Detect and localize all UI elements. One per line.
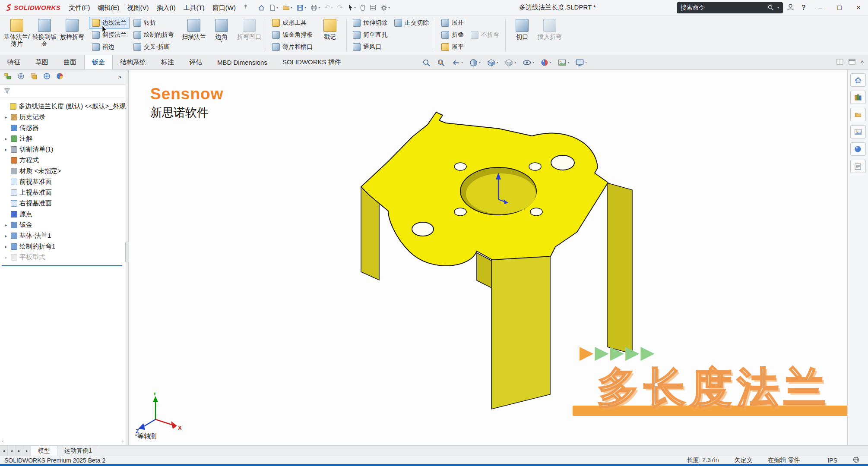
jog-button[interactable]: 转折 — [130, 17, 177, 29]
bolt-hole[interactable] — [530, 208, 542, 216]
dimxpert-tab[interactable] — [43, 72, 51, 82]
tree-item-sheet-metal[interactable]: ▸钣金 — [1, 220, 126, 230]
status-web-button[interactable] — [853, 457, 859, 464]
tab-and-slot-button[interactable]: 薄片和槽口 — [269, 41, 316, 53]
previous-view-button[interactable]: ▾ — [452, 59, 463, 67]
fold-button[interactable]: 折叠 — [438, 29, 467, 41]
mouse-gestures-button[interactable] — [358, 1, 367, 14]
print-button[interactable]: ▾ — [309, 1, 322, 14]
lobe-hole-left[interactable] — [412, 222, 434, 236]
base-flange-button[interactable]: 基体法兰/薄片 — [3, 17, 30, 53]
bolt-hole[interactable] — [454, 163, 466, 170]
minimize-button[interactable]: – — [813, 3, 828, 12]
file-explorer-button[interactable] — [850, 108, 866, 121]
sheet-metal-gusset-button[interactable]: 钣金角撑板 — [269, 29, 316, 41]
display-style-button[interactable]: ▾ — [505, 59, 516, 67]
panel-scrollbar[interactable]: ‹ › — [0, 437, 126, 445]
pane-split-button[interactable] — [836, 59, 843, 66]
undo-button[interactable]: ↶▾ — [323, 1, 334, 14]
collapse-ribbon-button[interactable]: ^ — [861, 59, 864, 66]
options-button[interactable]: ▾ — [379, 1, 392, 14]
edit-appearance-button[interactable]: ▾ — [541, 59, 551, 66]
corner-button[interactable]: 边角▾ — [208, 17, 235, 53]
simple-hole-button[interactable]: 简单直孔 — [350, 29, 390, 41]
appearances-button[interactable] — [850, 142, 866, 156]
menu-view[interactable]: 视图(V) — [124, 0, 153, 16]
pin-menu-button[interactable] — [240, 4, 252, 11]
pane-maximize-button[interactable] — [849, 59, 855, 66]
maximize-button[interactable]: □ — [832, 3, 847, 12]
tab-sketch[interactable]: 草图 — [28, 55, 56, 69]
stamp-button[interactable]: 戳记 — [317, 17, 343, 53]
vent-button[interactable]: 通风口 — [350, 41, 390, 53]
tree-item-material[interactable]: 材质 <未指定> — [1, 166, 126, 176]
zoom-to-fit-button[interactable] — [422, 59, 431, 67]
configurationmanager-tab[interactable] — [30, 72, 38, 82]
view-settings-button[interactable]: ▾ — [576, 59, 587, 66]
menu-edit[interactable]: 编辑(E) — [94, 0, 124, 16]
expand-arrow-icon[interactable]: ▸ — [3, 244, 9, 249]
menu-window[interactable]: 窗口(W) — [209, 0, 240, 16]
apply-scene-button[interactable]: ▾ — [558, 59, 569, 66]
tab-scroll-right-button[interactable]: ▸ — [16, 446, 23, 456]
close-button[interactable]: × — [851, 3, 866, 12]
tab-structure-system[interactable]: 结构系统 — [113, 55, 154, 69]
menu-tools[interactable]: 工具(T) — [180, 0, 209, 16]
motion-study-tab[interactable]: 运动算例1 — [57, 446, 99, 456]
scroll-right-icon[interactable]: › — [122, 438, 124, 444]
tab-scroll-left-button[interactable]: ◂ — [8, 446, 16, 456]
new-document-button[interactable]: ▾ — [268, 1, 280, 14]
menu-file[interactable]: 文件(F) — [65, 0, 94, 16]
command-search-box[interactable]: 搜索命令 ▾ — [677, 2, 783, 13]
section-view-button[interactable]: ▾ — [469, 59, 481, 67]
user-account-button[interactable] — [786, 3, 795, 13]
tree-item-equations[interactable]: 方程式 — [1, 155, 126, 166]
redo-button[interactable]: ↷ — [335, 1, 344, 14]
save-button[interactable]: ▾ — [295, 1, 308, 14]
tree-item-right-plane[interactable]: 右视基准面 — [1, 198, 126, 209]
select-button[interactable]: ▾ — [345, 1, 358, 14]
insert-bends-button[interactable]: 插入折弯 — [536, 17, 563, 53]
swept-flange-button[interactable]: 扫描法兰 — [181, 17, 207, 53]
view-orientation-button[interactable]: ▾ — [487, 59, 498, 67]
tab-sheet-metal[interactable]: 钣金 — [84, 55, 113, 69]
tree-item-annotations[interactable]: ▸注解 — [1, 133, 126, 144]
miter-flange-button[interactable]: 斜接法兰 — [89, 29, 130, 41]
tab-mbd-dimensions[interactable]: MBD Dimensions — [210, 55, 275, 69]
graphics-area[interactable]: Sensnow 新思诺软件 — [129, 70, 847, 445]
tab-evaluate[interactable]: 评估 — [182, 55, 210, 69]
expand-arrow-icon[interactable]: ▸ — [3, 136, 9, 141]
hem-button[interactable]: 褶边 — [89, 41, 130, 53]
flange-leg-right[interactable] — [607, 183, 632, 354]
tree-root-item[interactable]: 多边线法兰长度 (默认) <<默认>_外观 — [1, 101, 126, 112]
expand-arrow-icon[interactable]: ▸ — [3, 233, 9, 238]
units-selector[interactable]: IPS — [827, 457, 837, 464]
cross-break-button[interactable]: 交叉-折断 — [130, 41, 177, 53]
view-palette-button[interactable] — [850, 125, 866, 139]
unfold-button[interactable]: 展开 — [438, 17, 467, 29]
help-button[interactable]: ? — [798, 4, 809, 12]
scroll-left-icon[interactable]: ‹ — [2, 438, 4, 444]
convert-to-sheet-metal-button[interactable]: 转换到钣金 — [31, 17, 58, 53]
tree-item-sensors[interactable]: 传感器 — [1, 123, 126, 133]
zoom-to-area-button[interactable] — [437, 59, 445, 67]
tree-filter[interactable] — [0, 85, 126, 98]
tree-item-sketched-bend[interactable]: ▸绘制的折弯1 — [1, 241, 126, 252]
hide-show-items-button[interactable]: ▾ — [523, 59, 534, 66]
tab-features[interactable]: 特征 — [0, 55, 28, 69]
home-button[interactable] — [256, 1, 267, 14]
tree-item-base-flange[interactable]: ▸基体-法兰1 — [1, 230, 126, 241]
model-tab[interactable]: 模型 — [31, 446, 57, 456]
tab-solidworks-addins[interactable]: SOLIDWORKS 插件 — [275, 55, 349, 69]
edge-flange-button[interactable]: 边线法兰 — [89, 17, 130, 29]
menu-insert[interactable]: 插入(I) — [153, 0, 180, 16]
tab-scroll-first-button[interactable]: ◂ — [0, 446, 8, 456]
tab-surfaces[interactable]: 曲面 — [56, 55, 84, 69]
custom-properties-button[interactable] — [850, 160, 866, 173]
design-library-button[interactable] — [850, 91, 866, 104]
tab-scroll-last-button[interactable]: ▸ — [23, 446, 31, 456]
sketched-bend-button[interactable]: 绘制的折弯 — [130, 29, 177, 41]
tree-item-history[interactable]: ▸历史记录 — [1, 112, 126, 123]
properties-button[interactable] — [368, 1, 378, 14]
bend-notch-button[interactable]: 折弯凹口 — [236, 17, 263, 53]
